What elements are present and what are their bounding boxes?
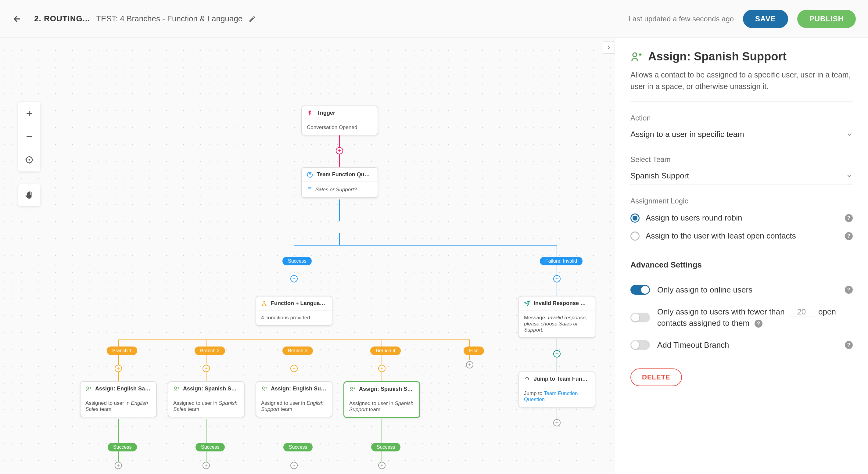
help-icon[interactable]: ? bbox=[845, 214, 853, 222]
svg-point-26 bbox=[175, 387, 177, 389]
canvas: Trigger Conversation Opened + Team Funct… bbox=[0, 38, 615, 474]
node-title: Trigger bbox=[317, 110, 335, 116]
node-body: Assigned to user in English Support team bbox=[256, 396, 332, 417]
toggle-label: Add Timeout Branch bbox=[657, 340, 837, 350]
add-step-button[interactable]: + bbox=[553, 350, 561, 357]
node-body: Assigned to user in Spanish Support team bbox=[344, 396, 420, 417]
toggle-label: Only assign to users with fewer than ope… bbox=[657, 306, 853, 328]
branch-icon bbox=[261, 301, 267, 307]
add-step-button[interactable]: + bbox=[115, 365, 122, 372]
svg-point-23 bbox=[262, 305, 264, 306]
node-title: Function + Language Br... bbox=[271, 300, 327, 307]
action-select[interactable]: Assign to a user in specific team bbox=[630, 126, 853, 143]
add-step-button[interactable]: + bbox=[466, 361, 473, 369]
toggle-timeout-branch[interactable] bbox=[630, 340, 650, 350]
team-select[interactable]: Spanish Support bbox=[630, 167, 853, 185]
edit-icon[interactable] bbox=[249, 15, 256, 23]
last-updated: Last updated a few seconds ago bbox=[628, 14, 734, 23]
node-jump[interactable]: Jump to Team Function ... Jump to Team F… bbox=[519, 372, 595, 408]
add-step-button[interactable]: + bbox=[553, 419, 561, 426]
node-title: Invalid Response Messa... bbox=[534, 300, 590, 307]
node-question[interactable]: Team Function Question Sales or Support? bbox=[301, 167, 378, 198]
zoom-fit-button[interactable] bbox=[18, 148, 40, 171]
workflow-title: TEST: 4 Branches - Function & Language bbox=[96, 14, 243, 24]
add-step-button[interactable]: + bbox=[115, 462, 122, 469]
message-icon bbox=[524, 301, 530, 307]
svg-point-25 bbox=[87, 387, 89, 389]
add-step-button[interactable]: + bbox=[378, 365, 385, 372]
node-body: Assigned to user in Spanish Sales team bbox=[168, 396, 244, 417]
radio-label: Assign to the user with least open conta… bbox=[646, 231, 839, 241]
zoom-controls bbox=[18, 102, 40, 171]
radio-least-open[interactable] bbox=[630, 231, 640, 241]
side-panel: Assign: Spanish Support Allows a contact… bbox=[615, 38, 868, 474]
badge-success-3: Success bbox=[283, 443, 313, 451]
node-title: Assign: Spanish Support bbox=[359, 386, 414, 392]
add-step-button[interactable]: + bbox=[203, 462, 210, 469]
node-assign-spanish-sales[interactable]: Assign: Spanish Sales Assigned to user i… bbox=[168, 381, 245, 417]
add-step-button[interactable]: + bbox=[290, 275, 298, 282]
save-button[interactable]: SAVE bbox=[743, 10, 788, 28]
node-assign-english-support[interactable]: Assign: English Support Assigned to user… bbox=[255, 381, 333, 417]
question-icon bbox=[307, 172, 313, 178]
hand-tool-button[interactable] bbox=[18, 184, 40, 206]
chevron-down-icon bbox=[846, 131, 853, 138]
add-step-button[interactable]: + bbox=[378, 462, 385, 469]
fewer-than-input[interactable] bbox=[789, 307, 814, 317]
node-assign-spanish-support[interactable]: Assign: Spanish Support Assigned to user… bbox=[343, 381, 420, 418]
panel-title: Assign: Spanish Support bbox=[648, 50, 786, 63]
back-arrow[interactable] bbox=[12, 14, 22, 24]
add-step-button[interactable]: + bbox=[290, 365, 298, 372]
help-icon[interactable]: ? bbox=[754, 320, 763, 327]
breadcrumb[interactable]: 2. ROUTING... bbox=[34, 14, 90, 24]
advanced-settings-title: Advanced Settings bbox=[630, 260, 853, 270]
node-body: 4 conditions provided bbox=[256, 311, 332, 325]
node-body: Assigned to user in English Sales team bbox=[81, 396, 156, 417]
toggle-online-users[interactable] bbox=[630, 285, 650, 295]
zoom-out-button[interactable] bbox=[18, 125, 40, 148]
node-trigger[interactable]: Trigger Conversation Opened bbox=[301, 105, 378, 135]
radio-round-robin[interactable] bbox=[630, 214, 640, 223]
action-label: Action bbox=[630, 114, 853, 122]
logic-label: Assignment Logic bbox=[630, 197, 853, 205]
delete-button[interactable]: DELETE bbox=[630, 369, 682, 386]
zoom-in-button[interactable] bbox=[18, 102, 40, 125]
assign-icon bbox=[261, 386, 267, 392]
add-step-button[interactable]: + bbox=[336, 147, 343, 154]
help-icon[interactable]: ? bbox=[845, 341, 853, 349]
toggle-fewer-than[interactable] bbox=[630, 313, 650, 322]
assign-icon bbox=[173, 386, 179, 392]
help-icon[interactable]: ? bbox=[845, 286, 853, 294]
badge-else: Else bbox=[464, 347, 484, 355]
publish-button[interactable]: PUBLISH bbox=[797, 10, 856, 28]
panel-description: Allows a contact to be assigned to a spe… bbox=[630, 69, 853, 102]
node-title: Assign: English Support bbox=[271, 385, 327, 392]
node-body: Jump to Team Function Question bbox=[519, 386, 595, 407]
help-icon[interactable]: ? bbox=[845, 232, 853, 240]
svg-point-28 bbox=[350, 387, 352, 389]
badge-success: Success bbox=[282, 257, 312, 265]
node-invalid-response[interactable]: Invalid Response Messa... Message: Inval… bbox=[519, 296, 595, 338]
node-title: Assign: Spanish Sales bbox=[183, 385, 239, 392]
svg-point-24 bbox=[265, 305, 267, 306]
badge-branch-2: Branch 2 bbox=[194, 347, 225, 355]
bolt-icon bbox=[307, 110, 313, 116]
svg-point-27 bbox=[262, 387, 265, 389]
add-step-button[interactable]: + bbox=[203, 365, 210, 372]
jump-icon bbox=[524, 376, 530, 382]
header: 2. ROUTING... TEST: 4 Branches - Functio… bbox=[0, 0, 868, 38]
node-branch[interactable]: Function + Language Br... 4 conditions p… bbox=[255, 296, 333, 326]
collapse-panel-button[interactable] bbox=[603, 41, 615, 54]
assign-icon bbox=[630, 51, 642, 63]
team-label: Select Team bbox=[630, 155, 853, 164]
add-step-button[interactable]: + bbox=[290, 462, 298, 469]
assign-icon bbox=[349, 386, 355, 392]
list-icon bbox=[307, 186, 312, 193]
svg-point-22 bbox=[264, 301, 265, 302]
node-title: Assign: English Sales bbox=[95, 385, 151, 392]
add-step-button[interactable]: + bbox=[553, 275, 561, 282]
node-assign-english-sales[interactable]: Assign: English Sales Assigned to user i… bbox=[80, 381, 157, 417]
radio-label: Assign to users round robin bbox=[646, 213, 839, 223]
node-body: Sales or Support? bbox=[315, 187, 357, 193]
node-body: Conversation Opened bbox=[302, 120, 378, 135]
